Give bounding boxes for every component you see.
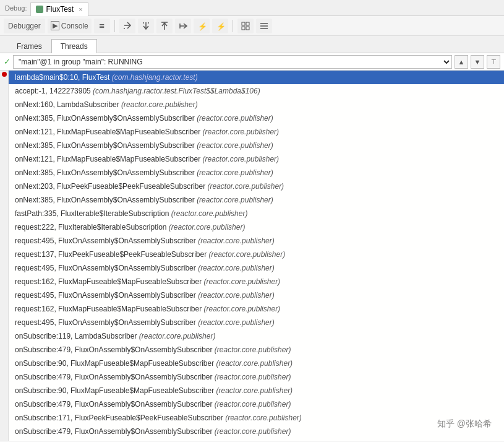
debug-label: Debug: (5, 4, 27, 12)
step-over-button[interactable] (119, 19, 135, 33)
run-to-cursor-button[interactable] (175, 19, 191, 33)
evaluate2-icon: ⚡ (215, 21, 225, 31)
stack-frame-item[interactable]: fastPath:335, FluxIterable$IterableSubsc… (9, 207, 504, 220)
step-into-button[interactable] (138, 19, 154, 33)
step-over-icon (122, 21, 132, 31)
stack-frame-item[interactable]: onNext:121, FluxMapFuseable$MapFuseableS… (9, 125, 504, 139)
step-out-button[interactable] (156, 19, 173, 33)
thread-down-button[interactable]: ▼ (471, 55, 484, 69)
evaluate-icon: ⚡ (197, 21, 207, 31)
stack-frame-item[interactable]: onNext:385, FluxOnAssembly$OnAssemblySub… (9, 193, 504, 207)
left-gutter (0, 71, 9, 441)
grid-icon (241, 21, 250, 31)
sep2 (233, 20, 233, 32)
stack-frame-item[interactable]: request:162, FluxMapFuseable$MapFuseable… (9, 302, 504, 316)
check-icon: ✓ (4, 57, 11, 66)
stack-frame-item[interactable]: onSubscribe:90, FluxMapFuseable$MapFusea… (9, 384, 504, 397)
stack-frame-item[interactable]: accept:-1, 1422273905 (com.hashjang.ract… (9, 84, 504, 98)
stack-frame-item[interactable]: request:495, FluxOnAssembly$OnAssemblySu… (9, 234, 504, 248)
stack-frame-item[interactable]: onNext:385, FluxOnAssembly$OnAssemblySub… (9, 139, 504, 152)
thread-selector-row: ✓ "main"@1 in group "main": RUNNING ▲ ▼ … (0, 53, 504, 71)
list-icon (259, 21, 269, 31)
thread-dropdown[interactable]: "main"@1 in group "main": RUNNING (13, 55, 452, 69)
fluxtest-tab[interactable]: FluxTest × (30, 2, 88, 16)
grid-view-button[interactable] (237, 19, 254, 33)
main-layout: lambda$main$0:10, FluxTest (com.hashjang… (0, 71, 504, 441)
thread-filter-button[interactable]: ⊤ (487, 55, 500, 69)
console-icon: ▶ (51, 21, 59, 30)
tab-threads[interactable]: Threads (51, 39, 97, 53)
stack-frame-item[interactable]: onNext:385, FluxOnAssembly$OnAssemblySub… (9, 166, 504, 180)
stack-frame-item[interactable]: onSubscribe:171, FluxPeekFuseable$PeekFu… (9, 411, 504, 425)
evaluate2-button[interactable]: ⚡ (212, 19, 228, 33)
stack-frame-item[interactable]: request:495, FluxOnAssembly$OnAssemblySu… (9, 261, 504, 275)
stack-frame-item[interactable]: request:222, FluxIterable$IterableSubscr… (9, 220, 504, 234)
stack-frame-item[interactable]: onSubscribe:479, FluxOnAssembly$OnAssemb… (9, 397, 504, 411)
svg-rect-13 (242, 27, 245, 30)
evaluate-button[interactable]: ⚡ (194, 19, 210, 33)
sep1 (114, 20, 115, 32)
run-to-cursor-icon (178, 21, 188, 31)
list-view-button[interactable] (256, 19, 272, 33)
toolbar: Debugger ▶ Console ≡ ⚡ ⚡ (0, 16, 504, 36)
stack-frame-item[interactable]: onSubscribe:90, FluxMapFuseable$MapFusea… (9, 357, 504, 370)
title-bar: Debug: FluxTest × (0, 0, 504, 16)
stack-frame-item[interactable]: request:495, FluxOnAssembly$OnAssemblySu… (9, 316, 504, 329)
thread-up-button[interactable]: ▲ (455, 55, 468, 69)
tab-close[interactable]: × (79, 6, 82, 13)
tab-icon (36, 6, 43, 13)
debugger-button[interactable]: Debugger (4, 19, 45, 33)
stack-frame-item[interactable]: onNext:385, FluxOnAssembly$OnAssemblySub… (9, 111, 504, 125)
tab-bar: Frames Threads (0, 36, 504, 53)
step-into-icon (141, 21, 151, 31)
breakpoint-dot (2, 72, 7, 77)
stack-frame-item[interactable]: onSubscribe:119, LambdaSubscriber (react… (9, 329, 504, 343)
console-button[interactable]: ▶ Console (48, 19, 92, 33)
stack-frame-item[interactable]: request:137, FluxPeekFuseable$PeekFuseab… (9, 248, 504, 261)
stack-frame-item[interactable]: request:162, FluxMapFuseable$MapFuseable… (9, 275, 504, 288)
stack-trace-list: lambda$main$0:10, FluxTest (com.hashjang… (9, 71, 504, 441)
stack-frame-item[interactable]: onNext:121, FluxMapFuseable$MapFuseableS… (9, 152, 504, 166)
watermark: 知乎 @张哈希 (437, 418, 492, 430)
svg-text:⚡: ⚡ (216, 22, 225, 31)
svg-rect-11 (242, 22, 245, 25)
menu-button[interactable]: ≡ (94, 19, 110, 33)
tab-label: FluxTest (46, 5, 74, 14)
stack-frame-item[interactable]: onSubscribe:479, FluxOnAssembly$OnAssemb… (9, 425, 504, 438)
stack-frame-item[interactable]: onNext:203, FluxPeekFuseable$PeekFuseabl… (9, 180, 504, 193)
stack-frame-item[interactable]: request:495, FluxOnAssembly$OnAssemblySu… (9, 288, 504, 302)
svg-text:⚡: ⚡ (198, 22, 207, 31)
svg-rect-14 (246, 27, 249, 30)
stack-frame-item[interactable]: onSubscribe:479, FluxOnAssembly$OnAssemb… (9, 370, 504, 384)
stack-frame-item[interactable]: subscribe:161, FluxIterable (reactor.cor… (9, 438, 504, 441)
stack-frame-item[interactable]: onSubscribe:479, FluxOnAssembly$OnAssemb… (9, 343, 504, 357)
step-out-icon (160, 21, 169, 31)
tab-frames[interactable]: Frames (7, 39, 51, 53)
stack-frame-item[interactable]: lambda$main$0:10, FluxTest (com.hashjang… (9, 71, 504, 84)
stack-frame-item[interactable]: onNext:160, LambdaSubscriber (reactor.co… (9, 98, 504, 111)
svg-rect-12 (246, 22, 249, 25)
